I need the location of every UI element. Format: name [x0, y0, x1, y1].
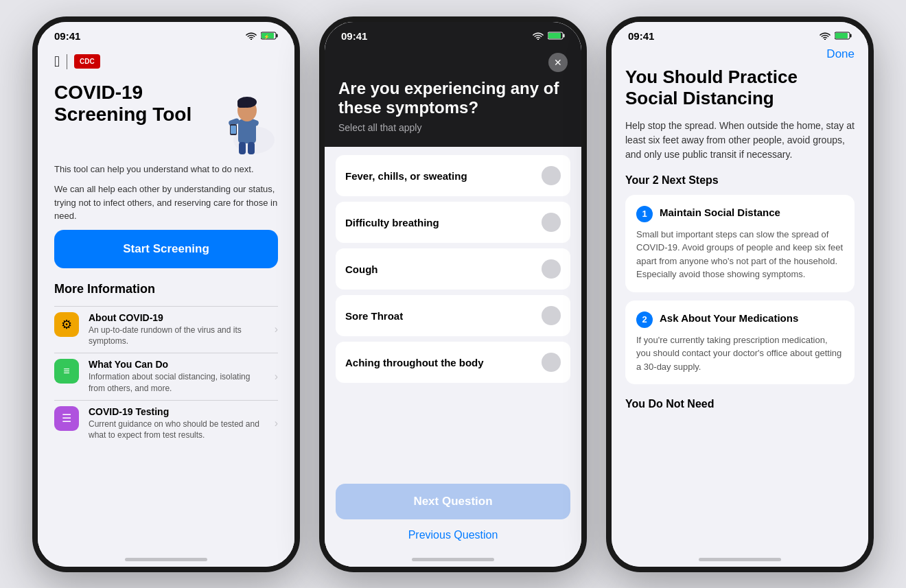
what-you-can-do-title: What You Can Do: [89, 359, 265, 370]
main-title: COVID-19 Screening Tool: [54, 82, 209, 126]
status-icons-1: ⚡: [246, 32, 278, 40]
svg-point-16: [537, 38, 539, 40]
wifi-icon-2: [533, 32, 544, 40]
phone-1-content:  CDC COVID-19 Screening Tool: [38, 45, 294, 552]
battery-icon-2: [548, 32, 565, 40]
svg-rect-14: [239, 142, 246, 154]
hero-illustration: [209, 82, 278, 157]
step-1-header: 1 Maintain Social Distance: [636, 206, 844, 222]
status-time-3: 09:41: [628, 30, 654, 42]
step-card-1: 1 Maintain Social Distance Small but imp…: [625, 195, 855, 292]
symptom-sore-throat[interactable]: Sore Throat: [336, 295, 570, 336]
symptom-aching-label: Aching throughout the body: [345, 357, 484, 368]
symptoms-list: Fever, chills, or sweating Difficulty br…: [325, 147, 581, 475]
results-title: You Should Practice Social Distancing: [625, 67, 855, 109]
symptom-aching[interactable]: Aching throughout the body: [336, 342, 570, 383]
testing-title: COVID-19 Testing: [89, 406, 265, 417]
chevron-icon-3: ›: [275, 417, 278, 430]
logo-divider: [67, 54, 67, 69]
symptom-cough[interactable]: Cough: [336, 248, 570, 290]
you-do-not-need-heading: You Do Not Need: [625, 392, 855, 410]
done-button[interactable]: Done: [826, 47, 855, 61]
battery-icon-3: [835, 32, 852, 40]
status-icons-2: [533, 32, 565, 40]
symptom-fever-toggle[interactable]: [542, 166, 561, 185]
what-you-can-do-text: What You Can Do Information about social…: [89, 359, 265, 395]
step-1-number: 1: [636, 206, 653, 222]
symptom-breathing-toggle[interactable]: [542, 213, 561, 232]
info-item-testing[interactable]: ☰ COVID-19 Testing Current guidance on w…: [54, 400, 278, 447]
subtitle-2: We can all help each other by understand…: [54, 183, 278, 223]
symptom-fever[interactable]: Fever, chills, or sweating: [336, 155, 570, 196]
close-button[interactable]: ✕: [548, 53, 568, 72]
testing-desc: Current guidance on who should be tested…: [89, 419, 265, 442]
status-icons-3: [820, 32, 852, 40]
symptom-cough-label: Cough: [345, 263, 378, 275]
svg-point-20: [824, 38, 826, 40]
results-header: Done: [612, 45, 868, 67]
wifi-icon: [246, 32, 257, 40]
home-indicator-2: [412, 558, 494, 561]
phone-3: 09:41 Done: [606, 16, 874, 572]
next-question-button[interactable]: Next Question: [336, 484, 570, 519]
testing-text: COVID-19 Testing Current guidance on who…: [89, 406, 265, 442]
cdc-badge: CDC: [74, 54, 100, 69]
next-steps-heading: Your 2 Next Steps: [625, 174, 855, 187]
step-2-header: 2 Ask About Your Medications: [636, 311, 844, 328]
step-2-desc: If you're currently taking prescription …: [636, 333, 844, 374]
hero-section: COVID-19 Screening Tool: [54, 82, 278, 157]
step-2-title: Ask About Your Medications: [660, 311, 798, 325]
what-you-can-do-icon: ≡: [54, 359, 79, 384]
symptoms-footer: Next Question Previous Question: [325, 475, 581, 552]
svg-text:⚡: ⚡: [264, 34, 270, 40]
phone-2: 09:41 ✕: [319, 16, 587, 572]
symptoms-title: Are you experiencing any of these sympto…: [338, 79, 568, 119]
symptoms-header: ✕ Are you experiencing any of these symp…: [325, 45, 581, 148]
apple-logo: : [54, 53, 60, 71]
symptom-sore-throat-label: Sore Throat: [345, 310, 403, 322]
status-bar-1: 09:41 ⚡: [38, 22, 294, 45]
svg-rect-22: [850, 34, 852, 38]
status-bar-3: 09:41: [612, 22, 868, 45]
svg-rect-19: [548, 33, 561, 38]
what-you-can-do-desc: Information about social distancing, iso…: [89, 371, 265, 395]
status-time-2: 09:41: [341, 30, 367, 42]
phone-2-screen: 09:41 ✕: [325, 22, 581, 567]
phone-3-screen: 09:41 Done: [612, 22, 868, 567]
hero-text: COVID-19 Screening Tool: [54, 82, 209, 132]
symptom-fever-label: Fever, chills, or sweating: [345, 170, 467, 182]
info-item-what-you-can-do[interactable]: ≡ What You Can Do Information about soci…: [54, 353, 278, 400]
symptom-cough-toggle[interactable]: [542, 259, 561, 279]
step-1-desc: Small but important steps can slow the s…: [636, 228, 844, 281]
previous-question-link[interactable]: Previous Question: [336, 526, 570, 544]
more-info-heading: More Information: [54, 282, 278, 296]
results-content: You Should Practice Social Distancing He…: [612, 67, 868, 552]
subtitle-1: This tool can help you understand what t…: [54, 163, 278, 176]
info-item-covid[interactable]: ⚙ About COVID-19 An up-to-date rundown o…: [54, 306, 278, 353]
status-bar-2: 09:41: [325, 22, 581, 45]
covid-info-title: About COVID-19: [89, 312, 265, 323]
step-2-number: 2: [636, 311, 653, 328]
svg-rect-13: [231, 126, 236, 134]
start-screening-button[interactable]: Start Screening: [54, 230, 278, 268]
chevron-icon-2: ›: [275, 371, 278, 383]
symptom-breathing[interactable]: Difficulty breathing: [336, 202, 570, 243]
svg-rect-15: [248, 142, 255, 154]
covid-info-desc: An up-to-date rundown of the virus and i…: [89, 325, 265, 348]
chevron-icon-1: ›: [275, 323, 278, 336]
close-button-container: ✕: [338, 53, 568, 72]
svg-rect-2: [277, 34, 278, 38]
logos:  CDC: [54, 53, 278, 71]
covid-info-text: About COVID-19 An up-to-date rundown of …: [89, 312, 265, 348]
symptom-breathing-label: Difficulty breathing: [345, 217, 439, 228]
step-1-title: Maintain Social Distance: [660, 206, 780, 220]
step-card-2: 2 Ask About Your Medications If you're c…: [625, 301, 855, 385]
phone-1-screen: 09:41 ⚡: [38, 22, 294, 567]
battery-icon: ⚡: [261, 32, 278, 40]
symptom-aching-toggle[interactable]: [542, 353, 561, 372]
results-description: Help stop the spread. When outside the h…: [625, 119, 855, 162]
covid-info-icon: ⚙: [54, 312, 79, 337]
wifi-icon-3: [820, 32, 830, 40]
svg-point-0: [251, 38, 252, 40]
symptom-sore-throat-toggle[interactable]: [542, 306, 561, 325]
